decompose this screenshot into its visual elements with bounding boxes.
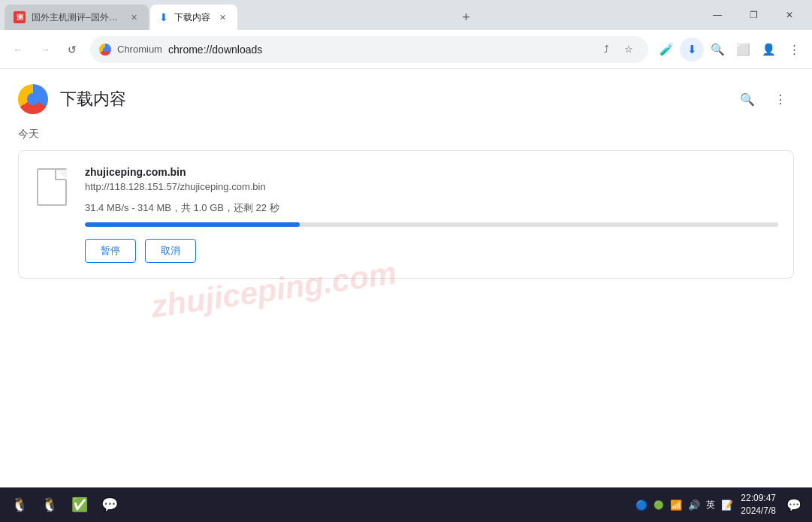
profile-icon[interactable]: 👤 (756, 38, 780, 62)
pause-button[interactable]: 暂停 (85, 239, 136, 263)
maximize-button[interactable]: ❐ (737, 3, 770, 27)
download-filename: zhujiceping.com.bin (85, 166, 778, 178)
download-actions: 暂停 取消 (85, 239, 778, 263)
taskbar-date: 2024/7/8 (741, 505, 776, 517)
section-label: 今天 (0, 122, 812, 150)
menu-icon[interactable]: ⋮ (782, 38, 806, 62)
taskbar-icon-wechat[interactable]: 💬 (96, 491, 123, 518)
close-button[interactable]: ✕ (773, 3, 806, 27)
new-tab-button[interactable]: + (455, 5, 478, 30)
extension-icon[interactable]: 🧪 (654, 38, 678, 62)
file-icon-wrap (34, 166, 70, 208)
omnibox-favicon (99, 44, 111, 56)
file-icon (37, 168, 67, 206)
taskbar-wifi-icon[interactable]: 📶 (669, 498, 684, 512)
omnibox-actions: ⤴ ☆ (596, 39, 639, 60)
taskbar-office-icon[interactable]: 📝 (720, 498, 735, 512)
page-content: zhujiceping.com 下载内容 🔍 ⋮ 今天 zhujiceping.… (0, 69, 812, 487)
toolbar-right: 🧪 ⬇ 🔍 ⬜ 👤 ⋮ (654, 38, 806, 62)
taskbar-icon-penguin2[interactable]: 🐧 (36, 491, 63, 518)
toolbar: ← → ↺ Chromium chrome://downloads ⤴ ☆ 🧪 … (0, 30, 812, 69)
download-url[interactable]: http://118.128.151.57/zhujiceping.com.bi… (85, 181, 778, 192)
tab-inactive-title: 国外主机测评–国外VPS、国外... (32, 11, 122, 24)
downloads-icon[interactable]: ⬇ (680, 38, 704, 62)
notification-center-button[interactable]: 💬 (782, 493, 806, 517)
page-header-right: 🔍 ⋮ (734, 86, 794, 113)
download-status: 31.4 MB/s - 314 MB，共 1.0 GB，还剩 22 秒 (85, 201, 778, 215)
progress-bar-container (85, 222, 778, 227)
tab-spacer (237, 0, 455, 30)
page-menu-button[interactable]: ⋮ (767, 86, 794, 113)
progress-bar-fill (85, 222, 300, 227)
sidebar-icon[interactable]: ⬜ (731, 38, 755, 62)
tab-active-download-icon: ⬇ (159, 11, 168, 23)
taskbar-icon-penguin1[interactable]: 🐧 (6, 491, 33, 518)
omnibox-url[interactable]: chrome://downloads (168, 44, 590, 56)
titlebar-spacer (478, 0, 696, 30)
taskbar-bluetooth-icon[interactable]: 🔵 (634, 498, 649, 512)
page-title: 下载内容 (60, 88, 126, 110)
taskbar-icon-check[interactable]: ✅ (66, 491, 93, 518)
taskbar-volume-icon[interactable]: 🔊 (687, 498, 702, 512)
taskbar-input-method[interactable]: 英 (705, 497, 717, 513)
search-icon[interactable]: 🔍 (705, 38, 729, 62)
bookmark-icon[interactable]: ☆ (618, 39, 639, 60)
forward-button[interactable]: → (33, 38, 57, 62)
tab-active-title: 下载内容 (174, 11, 210, 24)
download-card: zhujiceping.com.bin http://118.128.151.5… (18, 150, 794, 279)
tab-active-close[interactable]: ✕ (216, 11, 228, 23)
taskbar-clock[interactable]: 22:09:47 2024/7/8 (738, 492, 779, 517)
page-logo (18, 84, 48, 114)
omnibox-brand: Chromium (117, 44, 162, 55)
minimize-button[interactable]: — (701, 3, 734, 27)
tab-active[interactable]: ⬇ 下载内容 ✕ (150, 5, 237, 30)
back-button[interactable]: ← (6, 38, 30, 62)
download-info: zhujiceping.com.bin http://118.128.151.5… (85, 166, 778, 263)
taskbar-system-icons: 🔵 🟢 📶 🔊 英 📝 (634, 497, 735, 513)
share-icon[interactable]: ⤴ (596, 39, 617, 60)
titlebar: 测 国外主机测评–国外VPS、国外... ✕ ⬇ 下载内容 ✕ + — ❐ ✕ (0, 0, 812, 30)
tab-inactive-close[interactable]: ✕ (128, 11, 140, 23)
page-search-button[interactable]: 🔍 (734, 86, 761, 113)
page-header: 下载内容 🔍 ⋮ (0, 69, 812, 122)
tab-inactive[interactable]: 测 国外主机测评–国外VPS、国外... ✕ (5, 5, 149, 30)
refresh-button[interactable]: ↺ (60, 38, 84, 62)
omnibox[interactable]: Chromium chrome://downloads ⤴ ☆ (90, 36, 648, 63)
tab-inactive-favicon: 测 (14, 11, 26, 23)
cancel-button[interactable]: 取消 (145, 239, 196, 263)
page-header-left: 下载内容 (18, 84, 126, 114)
taskbar: 🐧 🐧 ✅ 💬 🔵 🟢 📶 🔊 英 📝 22:09:47 2024/7/8 💬 (0, 487, 812, 522)
window-controls: — ❐ ✕ (695, 0, 812, 30)
taskbar-gpu-icon[interactable]: 🟢 (652, 499, 666, 511)
taskbar-time: 22:09:47 (741, 492, 776, 505)
